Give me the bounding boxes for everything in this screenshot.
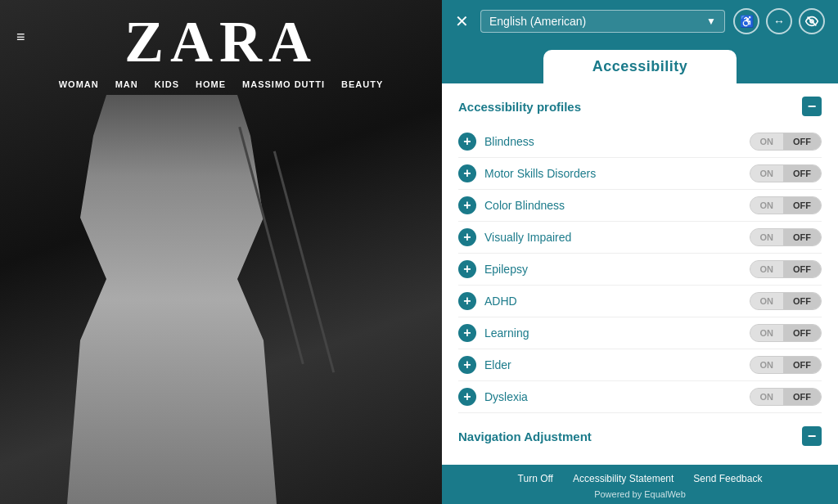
navigation-section-title: Navigation Adjustment xyxy=(458,430,592,443)
panel-topbar: ✕ English (American) ▼ ♿ ↔ xyxy=(442,0,838,43)
toggle-group-epilepsy: ONOFF xyxy=(750,260,822,278)
profile-name-elder: Elder xyxy=(484,358,750,371)
toggle-off-motor-skills-disorders[interactable]: OFF xyxy=(783,165,821,182)
profile-name-learning: Learning xyxy=(484,326,750,340)
vision-icon[interactable] xyxy=(799,8,825,34)
toggle-off-visually-impaired[interactable]: OFF xyxy=(783,229,821,245)
toggle-group-elder: ONOFF xyxy=(750,356,822,374)
panel-content: Accessibility profiles − +BlindnessONOFF… xyxy=(442,83,838,465)
plus-icon-learning[interactable]: + xyxy=(458,324,476,342)
zara-logo: ZARA xyxy=(0,12,442,71)
panel-footer: Turn OffAccessibility StatementSend Feed… xyxy=(442,465,838,504)
profile-name-visually-impaired: Visually Impaired xyxy=(484,231,750,244)
toggle-group-adhd: ONOFF xyxy=(750,292,822,310)
language-label: English (American) xyxy=(489,15,586,28)
nav-item-woman[interactable]: WOMAN xyxy=(59,79,99,89)
navigation-section-header: Navigation Adjustment − xyxy=(458,420,822,446)
panel-title: Accessibility xyxy=(542,48,739,83)
toggle-on-motor-skills-disorders[interactable]: ON xyxy=(750,165,784,182)
profiles-section-title: Accessibility profiles xyxy=(458,100,581,114)
plus-icon-elder[interactable]: + xyxy=(458,356,476,374)
toggle-off-learning[interactable]: OFF xyxy=(783,325,821,341)
website-background: ≡ ZARA WOMANMANKIDSHOMEMASSIMO DUTTIBEAU… xyxy=(0,0,442,504)
toggle-off-color-blindness[interactable]: OFF xyxy=(783,197,821,214)
profile-name-blindness: Blindness xyxy=(484,135,750,148)
accessibility-panel: ✕ English (American) ▼ ♿ ↔ Accessibility… xyxy=(442,0,838,504)
toggle-group-color-blindness: ONOFF xyxy=(750,196,822,214)
toggle-group-visually-impaired: ONOFF xyxy=(750,228,822,246)
footer-link-turn-off[interactable]: Turn Off xyxy=(518,473,553,484)
profile-row-color-blindness: +Color BlindnessONOFF xyxy=(458,190,822,222)
resize-icon[interactable]: ↔ xyxy=(766,8,792,34)
toggle-on-epilepsy[interactable]: ON xyxy=(750,261,784,277)
profile-name-dyslexia: Dyslexia xyxy=(484,390,750,403)
toggle-off-adhd[interactable]: OFF xyxy=(783,293,821,309)
toggle-off-elder[interactable]: OFF xyxy=(783,357,821,373)
toggle-group-dyslexia: ONOFF xyxy=(750,388,822,406)
profile-rows: +BlindnessONOFF+Motor Skills DisordersON… xyxy=(458,126,822,413)
profile-row-blindness: +BlindnessONOFF xyxy=(458,126,822,158)
plus-icon-epilepsy[interactable]: + xyxy=(458,260,476,278)
plus-icon-visually-impaired[interactable]: + xyxy=(458,228,476,246)
profile-name-adhd: ADHD xyxy=(484,295,750,308)
toggle-group-learning: ONOFF xyxy=(750,324,822,342)
profile-name-color-blindness: Color Blindness xyxy=(484,199,750,212)
nav-item-beauty[interactable]: BEAUTY xyxy=(341,79,383,89)
toggle-on-elder[interactable]: ON xyxy=(750,357,784,373)
profile-row-motor-skills-disorders: +Motor Skills DisordersONOFF xyxy=(458,158,822,190)
close-button[interactable]: ✕ xyxy=(455,11,469,31)
profiles-collapse-button[interactable]: − xyxy=(802,97,822,116)
toggle-on-blindness[interactable]: ON xyxy=(750,133,784,150)
footer-link-send-feedback[interactable]: Send Feedback xyxy=(693,473,762,484)
navigation-collapse-button[interactable]: − xyxy=(802,426,822,446)
zara-header: ≡ ZARA WOMANMANKIDSHOMEMASSIMO DUTTIBEAU… xyxy=(0,12,442,89)
footer-links: Turn OffAccessibility StatementSend Feed… xyxy=(455,473,825,484)
footer-powered: Powered by EqualWeb xyxy=(455,489,825,499)
profile-name-motor-skills-disorders: Motor Skills Disorders xyxy=(484,167,750,180)
toggle-on-color-blindness[interactable]: ON xyxy=(750,197,784,214)
hamburger-icon[interactable]: ≡ xyxy=(16,29,25,46)
toggle-on-visually-impaired[interactable]: ON xyxy=(750,229,784,245)
profiles-section-header: Accessibility profiles − xyxy=(458,97,822,116)
plus-icon-blindness[interactable]: + xyxy=(458,133,476,151)
plus-icon-adhd[interactable]: + xyxy=(458,292,476,310)
topbar-icons: ♿ ↔ xyxy=(733,8,825,34)
profile-row-visually-impaired: +Visually ImpairedONOFF xyxy=(458,222,822,254)
toggle-group-blindness: ONOFF xyxy=(750,133,822,151)
profile-row-learning: +LearningONOFF xyxy=(458,317,822,349)
profile-name-epilepsy: Epilepsy xyxy=(484,263,750,276)
toggle-on-learning[interactable]: ON xyxy=(750,325,784,341)
nav-item-massimo-dutti[interactable]: MASSIMO DUTTI xyxy=(242,79,325,89)
zara-nav: WOMANMANKIDSHOMEMASSIMO DUTTIBEAUTY xyxy=(0,79,442,89)
nav-item-man[interactable]: MAN xyxy=(115,79,138,89)
toggle-on-adhd[interactable]: ON xyxy=(750,293,784,309)
plus-icon-motor-skills-disorders[interactable]: + xyxy=(458,164,476,182)
toggle-off-dyslexia[interactable]: OFF xyxy=(783,389,821,405)
footer-link-accessibility-statement[interactable]: Accessibility Statement xyxy=(573,473,674,484)
language-dropdown[interactable]: English (American) ▼ xyxy=(480,10,725,33)
toggle-off-epilepsy[interactable]: OFF xyxy=(783,261,821,277)
panel-title-area: Accessibility xyxy=(442,43,838,83)
toggle-group-motor-skills-disorders: ONOFF xyxy=(750,164,822,182)
profile-row-adhd: +ADHDONOFF xyxy=(458,286,822,317)
chevron-down-icon: ▼ xyxy=(706,16,716,27)
toggle-on-dyslexia[interactable]: ON xyxy=(750,389,784,405)
profile-row-dyslexia: +DyslexiaONOFF xyxy=(458,381,822,413)
plus-icon-color-blindness[interactable]: + xyxy=(458,196,476,214)
nav-item-home[interactable]: HOME xyxy=(196,79,226,89)
accessibility-icon[interactable]: ♿ xyxy=(733,8,759,34)
plus-icon-dyslexia[interactable]: + xyxy=(458,388,476,406)
profile-row-elder: +ElderONOFF xyxy=(458,349,822,381)
toggle-off-blindness[interactable]: OFF xyxy=(783,133,821,150)
nav-item-kids[interactable]: KIDS xyxy=(155,79,179,89)
profile-row-epilepsy: +EpilepsyONOFF xyxy=(458,254,822,286)
